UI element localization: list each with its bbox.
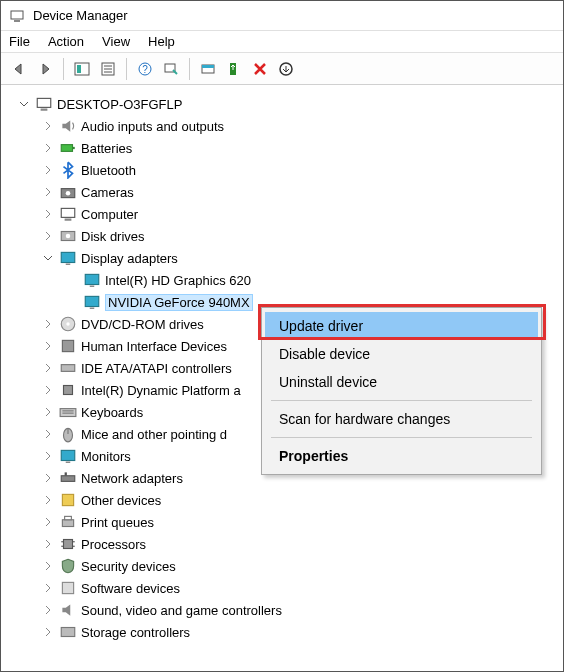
chevron-right-icon[interactable] [41, 449, 55, 463]
display-adapter-icon [83, 294, 101, 310]
chevron-right-icon[interactable] [41, 163, 55, 177]
context-menu-uninstall-device[interactable]: Uninstall device [265, 368, 538, 396]
chevron-right-icon[interactable] [41, 207, 55, 221]
tree-root-node[interactable]: DESKTOP-O3FGFLP [5, 93, 559, 115]
chevron-right-icon[interactable] [41, 471, 55, 485]
other-device-icon [59, 492, 77, 508]
tree-item-label: Processors [81, 537, 146, 552]
svg-rect-44 [65, 472, 67, 475]
chevron-right-icon[interactable] [41, 141, 55, 155]
tree-item-software[interactable]: Software devices [5, 577, 559, 599]
chevron-right-icon[interactable] [41, 493, 55, 507]
svg-rect-3 [77, 65, 81, 73]
title-bar: Device Manager [1, 1, 563, 31]
context-menu-separator [271, 437, 532, 438]
chevron-down-icon[interactable] [17, 97, 31, 111]
tree-item-display-adapters[interactable]: Display adapters [5, 247, 559, 269]
disk-icon [59, 228, 77, 244]
chevron-right-icon[interactable] [41, 339, 55, 353]
chevron-right-icon[interactable] [41, 361, 55, 375]
menu-bar: File Action View Help [1, 31, 563, 53]
context-menu-disable-device[interactable]: Disable device [265, 340, 538, 368]
chevron-right-icon[interactable] [41, 427, 55, 441]
chevron-right-icon[interactable] [41, 603, 55, 617]
menu-help[interactable]: Help [148, 34, 175, 49]
chevron-right-icon[interactable] [41, 229, 55, 243]
svg-rect-29 [85, 296, 99, 306]
svg-rect-21 [61, 208, 75, 217]
processor-icon [59, 536, 77, 552]
context-menu-scan-hardware[interactable]: Scan for hardware changes [265, 405, 538, 433]
chevron-right-icon[interactable] [41, 405, 55, 419]
disable-device-button[interactable] [274, 57, 298, 81]
chevron-right-icon[interactable] [41, 537, 55, 551]
menu-view[interactable]: View [102, 34, 130, 49]
tree-item-label: NVIDIA GeForce 940MX [105, 294, 253, 311]
speaker-icon [59, 118, 77, 134]
tree-item-label: Monitors [81, 449, 131, 464]
tree-item-label: Bluetooth [81, 163, 136, 178]
svg-rect-48 [64, 540, 73, 549]
tree-item-label: Other devices [81, 493, 161, 508]
context-menu-properties[interactable]: Properties [265, 442, 538, 470]
tree-item-label: Intel(R) Dynamic Platform a [81, 383, 241, 398]
menu-file[interactable]: File [9, 34, 30, 49]
tree-item-cameras[interactable]: Cameras [5, 181, 559, 203]
svg-rect-46 [62, 520, 73, 527]
tree-item-label: Batteries [81, 141, 132, 156]
chevron-right-icon[interactable] [41, 625, 55, 639]
device-manager-icon [9, 8, 25, 24]
tree-item-batteries[interactable]: Batteries [5, 137, 559, 159]
properties-button[interactable] [96, 57, 120, 81]
svg-rect-54 [61, 628, 75, 637]
chevron-right-icon[interactable] [41, 317, 55, 331]
svg-rect-26 [66, 264, 71, 265]
update-driver-button[interactable] [196, 57, 220, 81]
tree-item-sound[interactable]: Sound, video and game controllers [5, 599, 559, 621]
uninstall-device-button[interactable] [248, 57, 272, 81]
tree-item-storage[interactable]: Storage controllers [5, 621, 559, 643]
controller-icon [59, 360, 77, 376]
chevron-down-icon[interactable] [41, 251, 55, 265]
network-icon [59, 470, 77, 486]
tree-item-other[interactable]: Other devices [5, 489, 559, 511]
svg-rect-16 [41, 109, 48, 111]
tree-item-label: Display adapters [81, 251, 178, 266]
camera-icon [59, 184, 77, 200]
show-hide-console-button[interactable] [70, 57, 94, 81]
chevron-right-icon[interactable] [41, 515, 55, 529]
tree-item-audio[interactable]: Audio inputs and outputs [5, 115, 559, 137]
svg-rect-43 [61, 476, 75, 482]
chevron-right-icon[interactable] [41, 581, 55, 595]
tree-item-intel-graphics[interactable]: Intel(R) HD Graphics 620 [5, 269, 559, 291]
tree-item-processors[interactable]: Processors [5, 533, 559, 555]
svg-point-32 [66, 322, 69, 325]
back-button[interactable] [7, 57, 31, 81]
enable-device-button[interactable] [222, 57, 246, 81]
tree-item-print-queues[interactable]: Print queues [5, 511, 559, 533]
tree-item-computer[interactable]: Computer [5, 203, 559, 225]
chevron-right-icon[interactable] [41, 185, 55, 199]
svg-rect-42 [66, 462, 71, 463]
tree-item-disk-drives[interactable]: Disk drives [5, 225, 559, 247]
help-button[interactable]: ? [133, 57, 157, 81]
context-menu-separator [271, 400, 532, 401]
tree-item-label: Storage controllers [81, 625, 190, 640]
tree-item-label: Cameras [81, 185, 134, 200]
svg-rect-41 [61, 450, 75, 460]
scan-hardware-button[interactable] [159, 57, 183, 81]
menu-action[interactable]: Action [48, 34, 84, 49]
tree-item-label: IDE ATA/ATAPI controllers [81, 361, 232, 376]
chevron-right-icon[interactable] [41, 119, 55, 133]
svg-point-24 [66, 234, 71, 239]
tree-item-bluetooth[interactable]: Bluetooth [5, 159, 559, 181]
tree-item-label: Audio inputs and outputs [81, 119, 224, 134]
chevron-right-icon[interactable] [41, 559, 55, 573]
tree-item-label: Intel(R) HD Graphics 620 [105, 273, 251, 288]
tree-item-security[interactable]: Security devices [5, 555, 559, 577]
tree-item-label: Disk drives [81, 229, 145, 244]
chevron-right-icon[interactable] [41, 383, 55, 397]
forward-button[interactable] [33, 57, 57, 81]
context-menu-update-driver[interactable]: Update driver [265, 312, 538, 340]
mouse-icon [59, 426, 77, 442]
